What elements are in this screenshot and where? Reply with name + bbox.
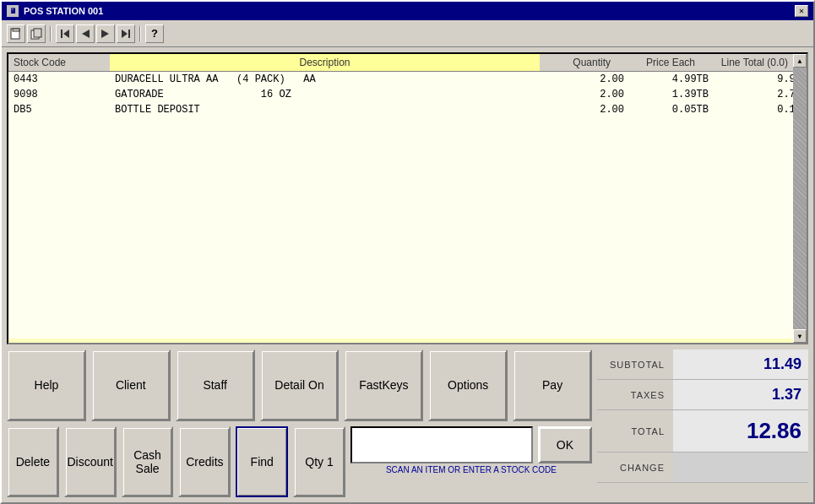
cell-description: GATORADE 16 OZ — [110, 87, 553, 102]
svg-marker-9 — [122, 30, 128, 38]
items-table: Stock Code Description Quantity Price Ea… — [7, 52, 808, 344]
qty1-button[interactable]: Qty 1 — [293, 426, 345, 498]
col-stock-code: Stock Code — [8, 54, 110, 71]
cell-price-each: 0.05TB — [629, 102, 714, 117]
col-quantity: Quantity — [540, 54, 616, 71]
subtotal-value: 11.49 — [673, 350, 808, 379]
credits-button[interactable]: Credits — [178, 426, 231, 498]
client-button[interactable]: Client — [91, 350, 171, 421]
main-content: Stock Code Description Quantity Price Ea… — [2, 47, 813, 502]
change-row: CHANGE — [597, 453, 808, 483]
fastkeys-button[interactable]: FastKeys — [344, 350, 423, 421]
options-button[interactable]: Options — [428, 350, 508, 421]
buttons-row1: Help Client Staff Detail On FastKeys Opt… — [7, 350, 592, 421]
separator1 — [50, 26, 52, 41]
svg-marker-6 — [82, 30, 90, 38]
help-toolbar-icon[interactable]: ? — [145, 24, 164, 43]
cell-stock-code: 0443 — [8, 72, 110, 87]
bottom-section: Help Client Staff Detail On FastKeys Opt… — [7, 350, 808, 497]
totals-section: SUBTOTAL 11.49 TAXES 1.37 TOTAL 12.86 CH… — [597, 350, 808, 497]
svg-rect-3 — [34, 29, 41, 37]
change-label: CHANGE — [597, 463, 673, 473]
app-icon: 🖥 — [7, 5, 19, 17]
copy-icon[interactable] — [27, 24, 46, 43]
table-row[interactable]: 0443 DURACELL ULTRA AA (4 PACK) AA 2.00 … — [8, 72, 807, 87]
close-button[interactable]: ✕ — [795, 5, 808, 17]
last-icon[interactable] — [117, 24, 135, 43]
prev-icon[interactable] — [76, 24, 95, 43]
find-button[interactable]: Find — [236, 426, 288, 498]
discount-button[interactable]: Discount — [64, 426, 117, 498]
toolbar: ? — [2, 20, 813, 47]
title-bar: 🖥 POS STATION 001 ✕ — [2, 2, 813, 20]
change-value — [673, 453, 808, 482]
svg-marker-7 — [101, 30, 109, 38]
cell-stock-code: 9098 — [8, 87, 110, 102]
cell-price-each: 1.39TB — [629, 87, 714, 102]
svg-rect-1 — [13, 29, 19, 31]
total-row: TOTAL 12.86 — [597, 410, 808, 453]
table-scrollbar[interactable]: ▲ ▼ — [793, 54, 807, 343]
svg-marker-5 — [63, 30, 69, 38]
taxes-label: TAXES — [597, 390, 673, 400]
delete-button[interactable]: Delete — [7, 426, 59, 498]
col-description: Description — [110, 54, 540, 71]
scan-hint: SCAN AN ITEM OR ENTER A STOCK CODE — [350, 465, 592, 474]
table-row[interactable]: 9098 GATORADE 16 OZ 2.00 1.39TB 2.78 — [8, 87, 807, 102]
help-button[interactable]: Help — [7, 350, 86, 421]
scan-row: OK — [350, 426, 592, 463]
scroll-down-btn[interactable]: ▼ — [793, 329, 807, 343]
separator2 — [139, 26, 141, 41]
col-line-total: Line Total (0.0) — [700, 54, 793, 71]
table-body: 0443 DURACELL ULTRA AA (4 PACK) AA 2.00 … — [8, 72, 807, 339]
scan-input[interactable] — [350, 426, 533, 463]
next-icon[interactable] — [96, 24, 115, 43]
cell-quantity: 2.00 — [553, 72, 629, 87]
taxes-row: TAXES 1.37 — [597, 380, 808, 410]
total-value: 12.86 — [673, 410, 808, 452]
detail-on-button[interactable]: Detail On — [260, 350, 340, 421]
cell-quantity: 2.00 — [553, 102, 629, 117]
cell-price-each: 4.99TB — [629, 72, 714, 87]
cell-stock-code: DB5 — [8, 102, 110, 117]
taxes-value: 1.37 — [673, 380, 808, 409]
buttons-row2: Delete Discount Cash Sale Credits Find Q… — [7, 426, 592, 498]
first-icon[interactable] — [56, 24, 74, 43]
new-icon[interactable] — [7, 24, 25, 43]
cash-sale-button[interactable]: Cash Sale — [122, 426, 174, 498]
ok-button[interactable]: OK — [538, 426, 592, 463]
pay-button[interactable]: Pay — [513, 350, 592, 421]
scroll-up-btn[interactable]: ▲ — [793, 54, 807, 68]
cell-quantity: 2.00 — [553, 87, 629, 102]
scroll-track[interactable] — [793, 68, 807, 329]
total-label: TOTAL — [597, 426, 673, 436]
table-header: Stock Code Description Quantity Price Ea… — [8, 54, 807, 72]
table-row[interactable]: DB5 BOTTLE DEPOSIT 2.00 0.05TB 0.10 — [8, 102, 807, 117]
subtotal-row: SUBTOTAL 11.49 — [597, 350, 808, 380]
cell-description: DURACELL ULTRA AA (4 PACK) AA — [110, 72, 553, 87]
staff-button[interactable]: Staff — [176, 350, 255, 421]
main-window: 🖥 POS STATION 001 ✕ ? — [0, 0, 815, 504]
window-title: POS STATION 001 — [24, 6, 103, 16]
subtotal-label: SUBTOTAL — [597, 360, 673, 370]
action-buttons: Help Client Staff Detail On FastKeys Opt… — [7, 350, 592, 497]
cell-description: BOTTLE DEPOSIT — [110, 102, 553, 117]
col-price-each: Price Each — [616, 54, 700, 71]
